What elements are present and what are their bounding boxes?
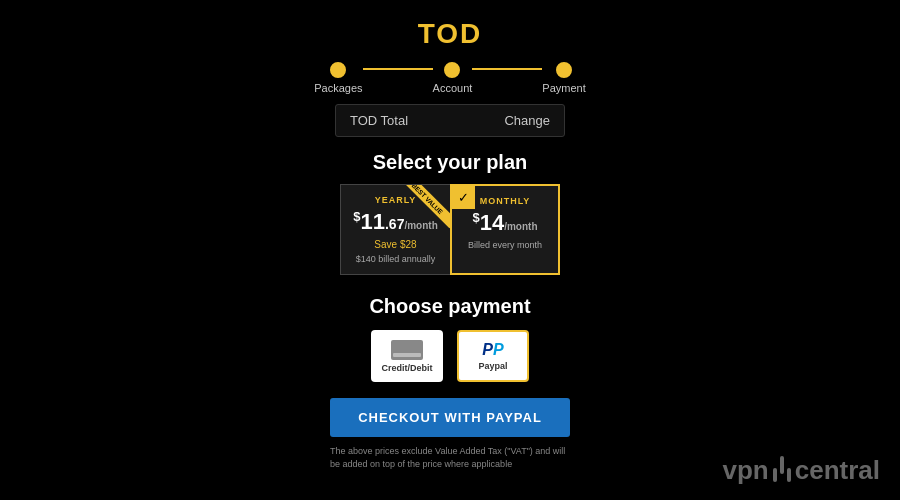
dollar-sign-monthly: $: [472, 210, 479, 225]
vpn-logo-icon: [773, 456, 791, 486]
step-connector-2: [472, 68, 542, 70]
plan-billing-yearly: $140 billed annually: [349, 254, 442, 264]
step-circle-payment: [556, 62, 572, 78]
best-value-badge: BEST VALUE: [400, 185, 450, 228]
step-connector-1: [363, 68, 433, 70]
credit-card-strip: [393, 353, 421, 357]
plan-billing-monthly: Billed every month: [460, 240, 550, 250]
ribbon-wrap: BEST VALUE: [400, 185, 450, 235]
step-label-payment: Payment: [542, 82, 585, 94]
choose-payment-title: Choose payment: [0, 295, 900, 318]
svg-rect-2: [787, 468, 791, 482]
credit-card-icon: [391, 340, 423, 360]
step-circle-packages: [330, 62, 346, 78]
plan-card-monthly[interactable]: ✓ MONTHLY $14/month Billed every month: [450, 184, 560, 275]
svg-rect-0: [780, 456, 784, 474]
checkout-button[interactable]: CHECKOUT WITH PAYPAL: [330, 398, 570, 437]
vpn-text: vpn: [723, 455, 769, 486]
plan-card-yearly[interactable]: BEST VALUE YEARLY $11.67/month Save $28 …: [340, 184, 450, 275]
paypal-p2: P: [493, 341, 504, 358]
step-label-packages: Packages: [314, 82, 362, 94]
payment-card-paypal[interactable]: PP Paypal: [457, 330, 529, 382]
plans-container: BEST VALUE YEARLY $11.67/month Save $28 …: [0, 184, 900, 275]
disclaimer: The above prices exclude Value Added Tax…: [330, 445, 570, 470]
step-payment: Payment: [542, 62, 585, 94]
plan-price-monthly: $14/month: [460, 210, 550, 236]
price-int-yearly: 11: [360, 209, 384, 234]
plan-period-monthly: /month: [504, 221, 537, 232]
paypal-icon: PP: [482, 342, 503, 358]
steps-bar: Packages Account Payment: [0, 62, 900, 94]
select-plan-title: Select your plan: [0, 151, 900, 174]
tod-total-label: TOD Total: [350, 113, 408, 128]
checkmark-badge: ✓: [451, 185, 475, 209]
central-text: central: [795, 455, 880, 486]
paypal-p1: P: [482, 341, 493, 358]
step-label-account: Account: [433, 82, 473, 94]
logo: TOD: [0, 18, 900, 50]
price-int-monthly: 14: [480, 210, 504, 235]
payment-card-credit[interactable]: Credit/Debit: [371, 330, 443, 382]
tod-total-bar: TOD Total Change: [335, 104, 565, 137]
credit-label: Credit/Debit: [381, 363, 432, 373]
payment-methods: Credit/Debit PP Paypal: [0, 330, 900, 382]
paypal-label: Paypal: [478, 361, 507, 371]
step-account: Account: [433, 62, 473, 94]
change-link[interactable]: Change: [504, 113, 550, 128]
header: TOD: [0, 0, 900, 50]
plan-save-yearly: Save $28: [349, 239, 442, 250]
step-packages: Packages: [314, 62, 362, 94]
vpn-central-watermark: vpn central: [723, 455, 881, 486]
svg-rect-1: [773, 468, 777, 482]
step-circle-account: [444, 62, 460, 78]
